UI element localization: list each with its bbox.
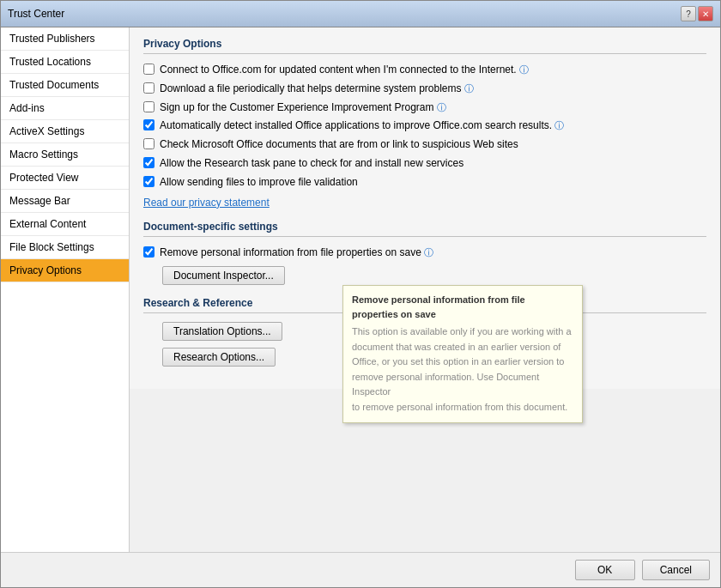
cancel-button[interactable]: Cancel [642,560,710,580]
sidebar-item-activex-settings[interactable]: ActiveX Settings [1,120,129,143]
translation-options-button[interactable]: Translation Options... [162,322,282,341]
checkbox-row-1: Connect to Office.com for updated conten… [143,63,706,77]
trust-center-dialog: Trust Center ? ✕ Trusted PublishersTrust… [0,0,721,588]
checkbox-label-6: Allow the Research task pane to check fo… [160,156,464,171]
help-button[interactable]: ? [681,6,696,21]
checkbox-2[interactable] [143,82,154,94]
dialog-title: Trust Center [8,8,64,20]
checkbox-row-5: Check Microsoft Office documents that ar… [143,137,706,152]
checkbox-row-4: Automatically detect installed Office ap… [143,118,706,133]
checkbox-row-8: Remove personal information from file pr… [143,246,706,260]
sidebar-item-add-ins[interactable]: Add-ins [1,97,129,120]
sidebar-item-external-content[interactable]: External Content [1,213,129,236]
sidebar-item-macro-settings[interactable]: Macro Settings [1,143,129,167]
sidebar-item-privacy-options[interactable]: Privacy Options [1,259,129,282]
checkbox-label-3: Sign up for the Customer Experience Impr… [160,100,446,115]
checkbox-8[interactable] [143,246,154,258]
checkbox-3[interactable] [143,101,154,112]
checkbox-label-5: Check Microsoft Office documents that ar… [160,137,518,152]
sidebar-item-trusted-locations[interactable]: Trusted Locations [1,51,129,74]
title-bar: Trust Center ? ✕ [1,1,720,27]
checkbox-row-3: Sign up for the Customer Experience Impr… [143,100,706,115]
checkbox-1[interactable] [143,64,154,75]
tooltip-line-1: This option is available only if you are… [352,324,573,415]
ok-button[interactable]: OK [575,560,635,580]
checkbox-label-2: Download a file periodically that helps … [160,82,474,96]
document-section-header: Document-specific settings [143,221,706,237]
research-options-button[interactable]: Research Options... [162,348,276,367]
privacy-link[interactable]: Read our privacy statement [143,197,706,209]
checkbox-7[interactable] [143,176,154,187]
checkbox-6[interactable] [143,157,154,168]
checkbox-row-6: Allow the Research task pane to check fo… [143,156,706,171]
info-icon-8[interactable]: ⓘ [424,247,433,258]
info-icon-2[interactable]: ⓘ [464,83,474,94]
info-icon-3[interactable]: ⓘ [437,102,446,112]
sidebar-item-file-block-settings[interactable]: File Block Settings [1,236,129,259]
checkbox-label-1: Connect to Office.com for updated conten… [160,63,529,77]
sidebar-item-protected-view[interactable]: Protected View [1,167,129,190]
content-area: Privacy Options Connect to Office.com fo… [130,27,720,552]
sidebar-item-trusted-documents[interactable]: Trusted Documents [1,74,129,97]
checkbox-row-7: Allow sending files to improve file vali… [143,175,706,190]
sidebar: Trusted PublishersTrusted LocationsTrust… [1,27,130,552]
tooltip-overlay: Remove personal information from file pr… [342,285,583,423]
document-inspector-button[interactable]: Document Inspector... [162,266,285,285]
privacy-section: Privacy Options Connect to Office.com fo… [143,38,706,209]
privacy-section-header: Privacy Options [143,38,706,54]
close-button[interactable]: ✕ [698,6,713,21]
document-section: Document-specific settings Remove person… [143,221,706,286]
info-icon-1[interactable]: ⓘ [519,64,529,75]
sidebar-item-message-bar[interactable]: Message Bar [1,190,129,213]
checkbox-label-4: Automatically detect installed Office ap… [160,118,564,133]
info-icon-4[interactable]: ⓘ [554,120,564,130]
checkbox-label-8: Remove personal information from file pr… [160,246,433,260]
checkbox-label-7: Allow sending files to improve file vali… [160,175,358,190]
title-bar-controls: ? ✕ [681,6,713,21]
dialog-footer: OK Cancel [1,552,720,587]
checkbox-5[interactable] [143,138,154,149]
checkbox-row-2: Download a file periodically that helps … [143,82,706,96]
tooltip-title: Remove personal information from file pr… [352,293,573,321]
checkbox-4[interactable] [143,119,154,130]
document-inspector-row: Document Inspector... [162,266,706,285]
dialog-body: Trusted PublishersTrusted LocationsTrust… [1,27,720,552]
sidebar-item-trusted-publishers[interactable]: Trusted Publishers [1,27,129,51]
